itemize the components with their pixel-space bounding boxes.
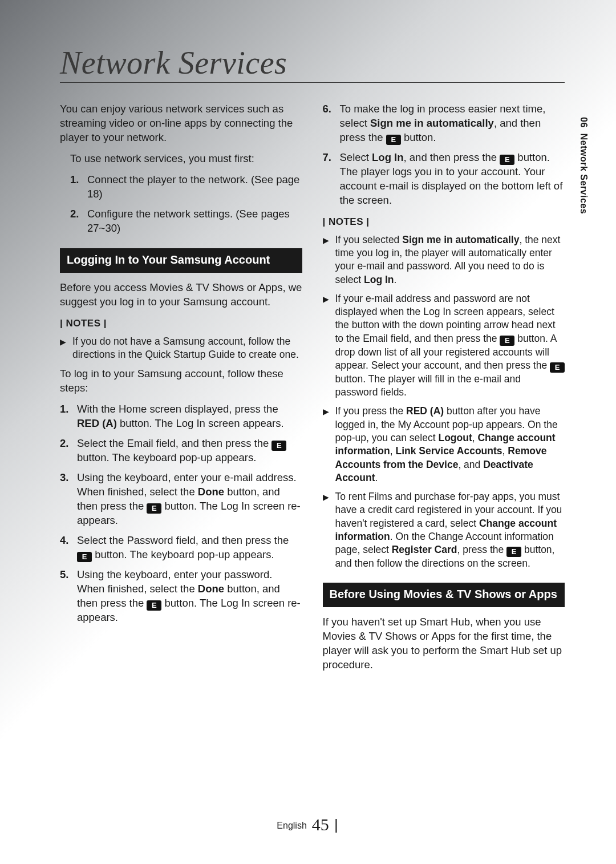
page-title: Network Services (60, 45, 565, 83)
intro-text: You can enjoy various network services s… (60, 102, 302, 145)
list-text: Using the keyboard, enter your password.… (77, 568, 302, 625)
page-footer: English 45 | (0, 815, 616, 834)
section-heading-login: Logging In to Your Samsung Account (60, 248, 302, 273)
list-number: 4. (60, 534, 77, 562)
enter-button-icon: E (500, 336, 514, 346)
note-text: If you do not have a Samsung account, fo… (72, 335, 302, 362)
note-text: If you press the RED (A) button after yo… (335, 405, 565, 485)
step-item: 4. Select the Password field, and then p… (60, 534, 302, 562)
list-number: 2. (60, 437, 77, 465)
note-text: If your e-mail address and password are … (335, 292, 565, 399)
step-item: 7. Select Log In, and then press the E b… (323, 151, 565, 208)
step-item: 3. Using the keyboard, enter your e-mail… (60, 471, 302, 528)
prereq-item: 1. Connect the player to the network. (S… (70, 173, 302, 201)
step-item: 2. Select the Email field, and then pres… (60, 437, 302, 465)
notes-label: | NOTES | (60, 317, 302, 330)
prereq-item: 2. Configure the network settings. (See … (70, 207, 302, 236)
enter-button-icon: E (550, 362, 565, 373)
triangle-bullet-icon: ▶ (323, 490, 335, 570)
list-number: 2. (70, 207, 87, 236)
note-item: ▶ If your e-mail address and password ar… (323, 292, 565, 399)
list-number: 1. (70, 173, 87, 201)
side-tab: 06 Network Services (578, 117, 589, 214)
list-number: 6. (323, 102, 340, 145)
list-number: 5. (60, 568, 77, 625)
enter-button-icon: E (500, 155, 514, 165)
prereq-lead: To use network services, you must first: (60, 152, 302, 166)
note-item: ▶ If you selected Sign me in automatical… (323, 233, 565, 286)
list-text: Select the Email field, and then press t… (77, 437, 302, 465)
list-text: Connect the player to the network. (See … (87, 173, 302, 201)
footer-bar: | (329, 816, 339, 833)
list-text: To make the log in process easier next t… (340, 102, 565, 145)
note-text: If you selected Sign me in automatically… (335, 233, 565, 286)
note-item: ▶ If you do not have a Samsung account, … (60, 335, 302, 362)
notes-label: | NOTES | (323, 216, 565, 229)
enter-button-icon: E (506, 547, 521, 557)
list-number: 1. (60, 402, 77, 431)
enter-button-icon: E (147, 600, 161, 611)
chapter-number: 06 (579, 117, 589, 128)
step-item: 1. With the Home screen displayed, press… (60, 402, 302, 431)
enter-button-icon: E (77, 552, 92, 562)
triangle-bullet-icon: ▶ (323, 233, 335, 286)
list-text: Select Log In, and then press the E butt… (340, 151, 565, 208)
step-item: 6. To make the log in process easier nex… (323, 102, 565, 145)
steps-lead: To log in to your Samsung account, follo… (60, 367, 302, 395)
list-number: 7. (323, 151, 340, 208)
triangle-bullet-icon: ▶ (60, 335, 72, 362)
triangle-bullet-icon: ▶ (323, 405, 335, 485)
step-item: 5. Using the keyboard, enter your passwo… (60, 568, 302, 625)
triangle-bullet-icon: ▶ (323, 292, 335, 399)
section-b-para: If you haven't set up Smart Hub, when yo… (323, 615, 565, 672)
section-a-intro: Before you access Movies & TV Shows or A… (60, 281, 302, 309)
note-text: To rent Films and purchase for-pay apps,… (335, 490, 565, 570)
enter-button-icon: E (271, 441, 286, 451)
list-number: 3. (60, 471, 77, 528)
enter-button-icon: E (147, 503, 161, 514)
list-text: Select the Password field, and then pres… (77, 534, 302, 562)
page-number: 45 (312, 815, 329, 834)
left-column: You can enjoy various network services s… (60, 102, 302, 679)
enter-button-icon: E (386, 135, 401, 145)
list-text: Configure the network settings. (See pag… (87, 207, 302, 236)
chapter-label: Network Services (579, 134, 589, 214)
footer-lang: English (277, 821, 306, 830)
list-text: Using the keyboard, enter your e-mail ad… (77, 471, 302, 528)
right-column: 6. To make the log in process easier nex… (323, 102, 565, 679)
section-heading-before-using: Before Using Movies & TV Shows or Apps (323, 583, 565, 607)
note-item: ▶ To rent Films and purchase for-pay app… (323, 490, 565, 570)
note-item: ▶ If you press the RED (A) button after … (323, 405, 565, 485)
list-text: With the Home screen displayed, press th… (77, 402, 302, 431)
